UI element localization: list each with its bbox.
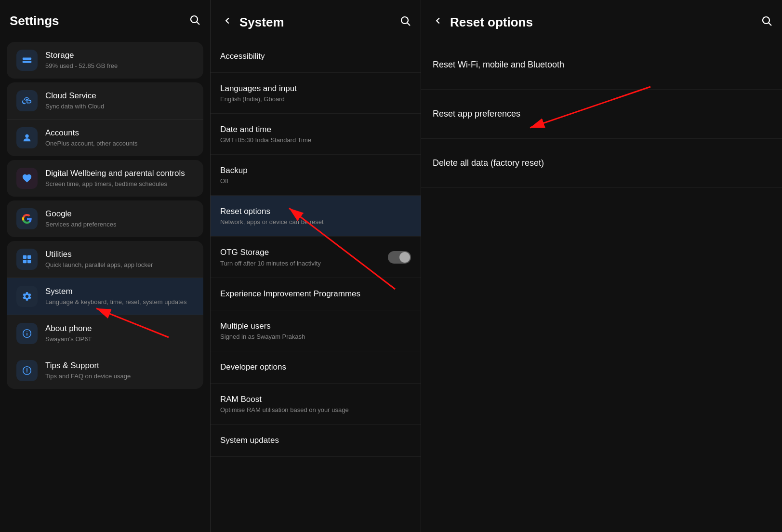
svg-rect-9	[23, 260, 27, 263]
wellbeing-icon	[16, 168, 38, 189]
utilities-title: Utilities	[45, 249, 194, 260]
settings-header: Settings	[0, 0, 210, 38]
system-search-icon[interactable]	[399, 15, 411, 29]
reset-app-title: Reset app preferences	[433, 109, 770, 119]
reset-options-title: Reset options	[220, 206, 411, 217]
system-item-otg[interactable]: OTG Storage Turn off after 10 minutes of…	[211, 237, 421, 278]
system-list: Accessibility Languages and input Englis…	[211, 40, 421, 532]
svg-line-17	[408, 23, 411, 26]
accessibility-title: Accessibility	[220, 51, 411, 62]
svg-line-19	[769, 23, 772, 26]
system-item-experience[interactable]: Experience Improvement Programmes	[211, 278, 421, 310]
cloud-icon	[16, 90, 38, 111]
svg-point-4	[30, 58, 31, 59]
otg-title: OTG Storage	[220, 247, 321, 258]
system-item-datetime[interactable]: Date and time GMT+05:30 India Standard T…	[211, 114, 421, 155]
system-item-developer[interactable]: Developer options	[211, 351, 421, 384]
system-header-left: System	[220, 13, 284, 31]
multiple-users-subtitle: Signed in as Swayam Prakash	[220, 333, 411, 340]
reset-options-panel: Reset options Reset Wi-Fi, mobile and Bl…	[421, 0, 782, 532]
utilities-subtitle: Quick launch, parallel apps, app locker	[45, 261, 194, 269]
languages-title: Languages and input	[220, 83, 411, 94]
google-title: Google	[45, 209, 194, 219]
developer-title: Developer options	[220, 362, 411, 372]
storage-text: Storage 59% used - 52.85 GB free	[45, 50, 194, 70]
languages-subtitle: English (India), Gboard	[220, 95, 411, 103]
svg-point-16	[401, 17, 408, 24]
tips-subtitle: Tips and FAQ on device usage	[45, 372, 194, 381]
sidebar-item-utilities[interactable]: Utilities Quick launch, parallel apps, a…	[7, 241, 203, 278]
sidebar-item-about[interactable]: About phone Swayam's OP6T	[7, 315, 203, 352]
storage-group: Storage 59% used - 52.85 GB free	[7, 42, 203, 79]
svg-rect-8	[27, 255, 31, 259]
reset-options-title-header: Reset options	[450, 15, 533, 30]
system-item-system-updates[interactable]: System updates	[211, 425, 421, 457]
system-subtitle: Language & keyboard, time, reset, system…	[45, 298, 194, 306]
system-item-multiple-users[interactable]: Multiple users Signed in as Swayam Praka…	[211, 310, 421, 351]
sidebar-item-cloud[interactable]: Cloud Service Sync data with Cloud	[7, 82, 203, 119]
reset-options-list: Reset Wi-Fi, mobile and Bluetooth Reset …	[421, 40, 782, 532]
backup-title: Backup	[220, 165, 411, 176]
reset-options-header: Reset options	[421, 0, 782, 40]
tips-text: Tips & Support Tips and FAQ on device us…	[45, 360, 194, 381]
reset-back-button[interactable]	[431, 13, 445, 31]
svg-point-18	[763, 17, 769, 24]
utilities-group: Utilities Quick launch, parallel apps, a…	[7, 241, 203, 389]
delete-all-item[interactable]: Delete all data (factory reset)	[421, 139, 782, 188]
system-text: System Language & keyboard, time, reset,…	[45, 286, 194, 306]
reset-wifi-item[interactable]: Reset Wi-Fi, mobile and Bluetooth	[421, 40, 782, 90]
google-subtitle: Services and preferences	[45, 220, 194, 229]
settings-panel: Settings Storage 59% used - 52.85 GB fre…	[0, 0, 211, 532]
storage-icon	[16, 50, 38, 71]
sidebar-item-accounts[interactable]: Accounts OnePlus account, other accounts	[7, 119, 203, 156]
sidebar-item-storage[interactable]: Storage 59% used - 52.85 GB free	[7, 42, 203, 79]
system-updates-title: System updates	[220, 435, 411, 446]
sidebar-item-tips[interactable]: Tips & Support Tips and FAQ on device us…	[7, 352, 203, 389]
google-text: Google Services and preferences	[45, 209, 194, 229]
reset-search-icon[interactable]	[761, 15, 772, 29]
sidebar-item-wellbeing[interactable]: Digital Wellbeing and parental controls …	[7, 160, 203, 197]
otg-row: OTG Storage Turn off after 10 minutes of…	[220, 247, 411, 266]
svg-line-1	[197, 22, 200, 25]
system-title: System	[45, 286, 194, 297]
system-item-ram-boost[interactable]: RAM Boost Optimise RAM utilisation based…	[211, 384, 421, 425]
svg-rect-10	[27, 260, 31, 263]
about-text: About phone Swayam's OP6T	[45, 323, 194, 344]
datetime-subtitle: GMT+05:30 India Standard Time	[220, 136, 411, 144]
wellbeing-text: Digital Wellbeing and parental controls …	[45, 168, 194, 188]
about-title: About phone	[45, 323, 194, 334]
system-item-backup[interactable]: Backup Off	[211, 155, 421, 196]
system-panel: System Accessibility Languages and input…	[211, 0, 421, 532]
sidebar-item-google[interactable]: Google Services and preferences	[7, 200, 203, 237]
system-item-accessibility[interactable]: Accessibility	[211, 40, 421, 73]
otg-toggle[interactable]	[388, 251, 411, 264]
settings-list: Storage 59% used - 52.85 GB free Cloud S…	[0, 38, 210, 532]
system-header: System	[211, 0, 421, 40]
settings-title: Settings	[10, 13, 59, 28]
storage-subtitle: 59% used - 52.85 GB free	[45, 62, 194, 70]
otg-subtitle: Turn off after 10 minutes of inactivity	[220, 260, 321, 267]
system-icon	[16, 286, 38, 307]
svg-rect-13	[27, 333, 27, 336]
accounts-subtitle: OnePlus account, other accounts	[45, 139, 194, 148]
ram-boost-subtitle: Optimise RAM utilisation based on your u…	[220, 406, 411, 413]
svg-point-6	[25, 134, 28, 138]
cloud-subtitle: Sync data with Cloud	[45, 102, 194, 111]
utilities-icon	[16, 249, 38, 270]
datetime-title: Date and time	[220, 124, 411, 135]
system-back-button[interactable]	[220, 13, 235, 31]
cloud-text: Cloud Service Sync data with Cloud	[45, 91, 194, 111]
system-item-reset-options[interactable]: Reset options Network, apps or device ca…	[211, 196, 421, 237]
accounts-title: Accounts	[45, 128, 194, 138]
about-subtitle: Swayam's OP6T	[45, 335, 194, 344]
settings-search-icon[interactable]	[189, 14, 200, 28]
system-item-languages[interactable]: Languages and input English (India), Gbo…	[211, 73, 421, 114]
cloud-title: Cloud Service	[45, 91, 194, 101]
reset-app-item[interactable]: Reset app preferences	[421, 90, 782, 139]
svg-point-15	[27, 372, 27, 373]
sidebar-item-system[interactable]: System Language & keyboard, time, reset,…	[7, 278, 203, 315]
wellbeing-title: Digital Wellbeing and parental controls	[45, 168, 194, 179]
otg-text: OTG Storage Turn off after 10 minutes of…	[220, 247, 321, 266]
accounts-icon	[16, 127, 38, 148]
svg-rect-7	[23, 255, 27, 259]
